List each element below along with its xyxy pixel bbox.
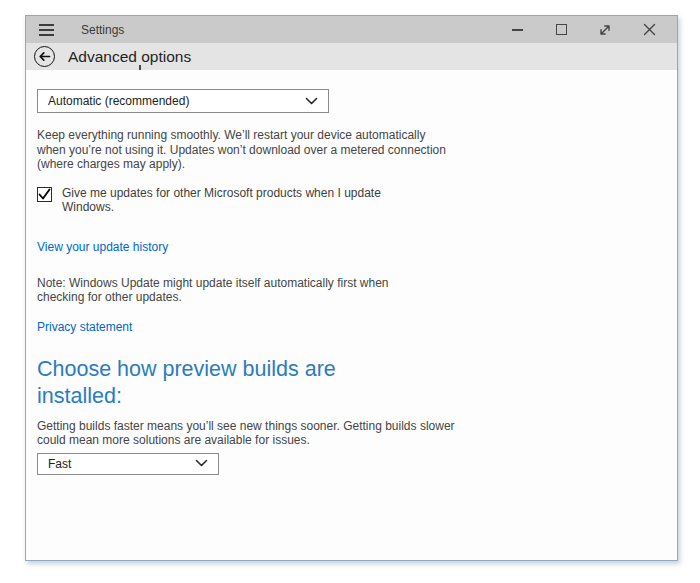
update-history-link[interactable]: View your update history bbox=[37, 240, 168, 254]
ms-products-checkbox-row: Give me updates for other Microsoft prod… bbox=[37, 186, 677, 215]
hamburger-menu-icon[interactable] bbox=[26, 16, 66, 43]
ms-products-checkbox[interactable] bbox=[37, 187, 52, 202]
window-controls bbox=[495, 16, 671, 43]
preview-builds-heading: Choose how preview builds are installed: bbox=[37, 356, 352, 410]
close-button[interactable] bbox=[627, 16, 671, 43]
back-button[interactable] bbox=[34, 46, 55, 67]
titlebar: Settings bbox=[26, 16, 677, 43]
update-mode-dropdown[interactable]: Automatic (recommended) bbox=[37, 89, 329, 113]
ms-products-checkbox-label[interactable]: Give me updates for other Microsoft prod… bbox=[62, 186, 402, 215]
back-arrow-icon bbox=[38, 50, 51, 63]
page-header: Advanced options bbox=[26, 43, 677, 70]
page-title: Advanced options bbox=[68, 48, 191, 66]
resize-button[interactable] bbox=[583, 16, 627, 43]
close-icon bbox=[643, 23, 656, 36]
chevron-down-icon bbox=[195, 459, 208, 468]
chevron-down-icon bbox=[305, 97, 318, 106]
diagonal-resize-icon bbox=[598, 23, 612, 37]
checkmark-icon bbox=[38, 188, 51, 201]
maximize-icon bbox=[556, 24, 567, 35]
minimize-button[interactable] bbox=[495, 16, 539, 43]
update-note: Note: Windows Update might update itself… bbox=[37, 276, 427, 305]
settings-window: Settings Ad bbox=[25, 15, 678, 561]
content-area: Automatic (recommended) Keep everything … bbox=[26, 70, 677, 475]
restart-description: Keep everything running smoothly. We’ll … bbox=[37, 128, 447, 172]
preview-builds-dropdown-value: Fast bbox=[48, 457, 71, 471]
minimize-icon bbox=[512, 29, 523, 31]
update-mode-dropdown-value: Automatic (recommended) bbox=[48, 94, 189, 108]
maximize-button[interactable] bbox=[539, 16, 583, 43]
preview-builds-description: Getting builds faster means you’ll see n… bbox=[37, 419, 455, 448]
privacy-statement-link[interactable]: Privacy statement bbox=[37, 320, 132, 334]
preview-builds-dropdown[interactable]: Fast bbox=[37, 453, 219, 475]
app-title: Settings bbox=[81, 23, 124, 37]
